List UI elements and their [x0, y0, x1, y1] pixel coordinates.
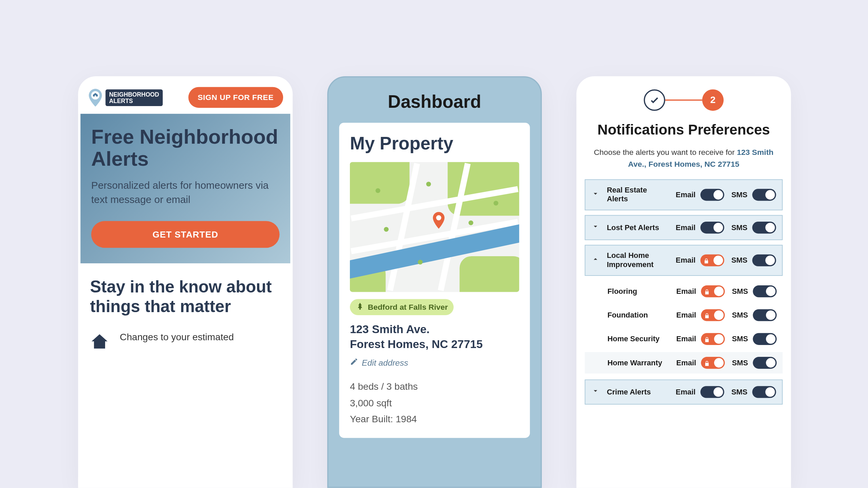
pref-label: Real Estate Alerts: [607, 186, 669, 204]
page-subtitle: Choose the alerts you want to receive fo…: [576, 146, 791, 179]
chevron-down-icon: [591, 387, 602, 398]
pref-row-flooring[interactable]: Flooring Email SMS: [585, 281, 783, 302]
email-toggle[interactable]: [700, 386, 724, 398]
step-2-active: 2: [702, 89, 724, 111]
logo-line2: ALERTS: [109, 97, 159, 104]
email-label: Email: [676, 388, 696, 396]
body: Stay in the know about things that matte…: [78, 264, 293, 368]
signup-button[interactable]: SIGN UP FOR FREE: [188, 87, 283, 108]
sms-toggle[interactable]: [752, 255, 776, 266]
feature-row: Changes to your estimated: [90, 332, 281, 353]
email-label: Email: [676, 335, 696, 343]
stepper: 2: [576, 76, 791, 116]
preferences-screen: 2 Notifications Preferences Choose the a…: [576, 76, 791, 488]
email-toggle-locked[interactable]: [700, 255, 724, 266]
email-toggle[interactable]: [700, 189, 724, 201]
sms-label: SMS: [731, 388, 748, 396]
pref-row-foundation[interactable]: Foundation Email SMS: [585, 304, 783, 326]
hero-title: Free Neighborhood Alerts: [91, 126, 280, 170]
spec-year: Year Built: 1984: [350, 411, 519, 427]
address-line1: 123 Smith Ave.: [350, 322, 519, 337]
address-line2: Forest Homes, NC 27715: [350, 337, 519, 351]
email-label: Email: [676, 256, 696, 265]
lock-icon: [704, 335, 710, 346]
pref-row-home-improvement[interactable]: Local Home Improvement Email SMS: [585, 245, 783, 276]
step-connector: [665, 100, 702, 101]
sms-label: SMS: [731, 256, 748, 265]
property-card: My Property Bedford at Falls: [339, 123, 530, 438]
preferences-list: Real Estate Alerts Email SMS Lost Pet Al…: [576, 179, 791, 405]
pref-row-home-warranty[interactable]: Home Warranty Email SMS: [585, 352, 783, 373]
pencil-icon: [350, 358, 358, 368]
location-chip: Bedford at Falls River: [350, 299, 454, 315]
email-label: Email: [676, 223, 696, 232]
chevron-down-icon: [591, 222, 602, 233]
sms-toggle[interactable]: [752, 189, 776, 201]
email-label: Email: [676, 311, 696, 320]
logo-text: NEIGHBORHOOD ALERTS: [105, 89, 163, 106]
edit-label: Edit address: [362, 358, 408, 367]
hero: Free Neighborhood Alerts Personalized al…: [80, 114, 290, 264]
page-title: Notifications Preferences: [576, 116, 791, 146]
email-label: Email: [676, 287, 696, 296]
sub-pre: Choose the alerts you want to receive fo…: [594, 148, 737, 157]
tree-icon: [356, 302, 364, 312]
pref-row-lost-pet[interactable]: Lost Pet Alerts Email SMS: [585, 215, 783, 240]
map-pin-icon: [431, 211, 447, 234]
sms-label: SMS: [731, 191, 748, 199]
email-toggle-locked[interactable]: [701, 285, 725, 297]
step-1-complete: [644, 89, 665, 111]
pref-label: Home Security: [607, 334, 669, 343]
pref-label: Lost Pet Alerts: [607, 223, 669, 232]
svg-point-1: [436, 215, 441, 220]
lock-icon: [704, 287, 710, 298]
sms-toggle[interactable]: [752, 386, 776, 398]
email-toggle[interactable]: [700, 222, 724, 233]
logo: NEIGHBORHOOD ALERTS: [87, 88, 162, 106]
chevron-up-icon: [591, 255, 602, 266]
sms-toggle[interactable]: [753, 285, 776, 297]
landing-screen: NEIGHBORHOOD ALERTS SIGN UP FOR FREE Fre…: [78, 76, 293, 488]
map[interactable]: [350, 162, 519, 292]
feature-text: Changes to your estimated: [120, 332, 234, 343]
logo-pin-icon: [87, 88, 103, 106]
get-started-button[interactable]: GET STARTED: [91, 221, 280, 248]
home-value-icon: [90, 332, 109, 353]
lock-icon: [703, 256, 709, 267]
email-toggle-locked[interactable]: [701, 333, 725, 345]
sms-label: SMS: [732, 311, 748, 320]
sms-label: SMS: [731, 223, 748, 232]
sms-label: SMS: [732, 359, 748, 367]
check-icon: [649, 95, 660, 106]
pref-label: Home Warranty: [607, 358, 669, 367]
sms-toggle[interactable]: [753, 357, 776, 369]
email-toggle-locked[interactable]: [701, 357, 725, 369]
email-toggle-locked[interactable]: [701, 309, 725, 321]
logo-line1: NEIGHBORHOOD: [109, 91, 159, 97]
sms-toggle[interactable]: [752, 222, 776, 233]
address: 123 Smith Ave. Forest Homes, NC 27715: [350, 322, 519, 352]
spec-sqft: 3,000 sqft: [350, 395, 519, 411]
edit-address-link[interactable]: Edit address: [350, 358, 519, 368]
header: NEIGHBORHOOD ALERTS SIGN UP FOR FREE: [78, 76, 293, 114]
email-label: Email: [676, 191, 696, 199]
pref-row-real-estate[interactable]: Real Estate Alerts Email SMS: [585, 179, 783, 210]
sms-toggle[interactable]: [753, 333, 776, 345]
sms-label: SMS: [732, 335, 748, 343]
email-label: Email: [676, 359, 696, 367]
pref-row-home-security[interactable]: Home Security Email SMS: [585, 328, 783, 350]
lock-icon: [704, 359, 710, 369]
card-title: My Property: [350, 134, 519, 154]
pref-row-crime[interactable]: Crime Alerts Email SMS: [585, 380, 783, 405]
dashboard-screen: Dashboard My Property: [327, 76, 542, 488]
page-title: Dashboard: [329, 78, 541, 123]
section-title: Stay in the know about things that matte…: [90, 278, 281, 316]
pref-label: Local Home Improvement: [607, 251, 669, 269]
chevron-down-icon: [591, 189, 602, 200]
sms-toggle[interactable]: [753, 309, 776, 321]
spec-beds: 4 beds / 3 baths: [350, 379, 519, 395]
lock-icon: [704, 311, 710, 322]
hero-subtitle: Personalized alerts for homeowners via t…: [91, 179, 280, 207]
pref-label: Foundation: [607, 311, 669, 320]
location-chip-label: Bedford at Falls River: [368, 303, 448, 311]
